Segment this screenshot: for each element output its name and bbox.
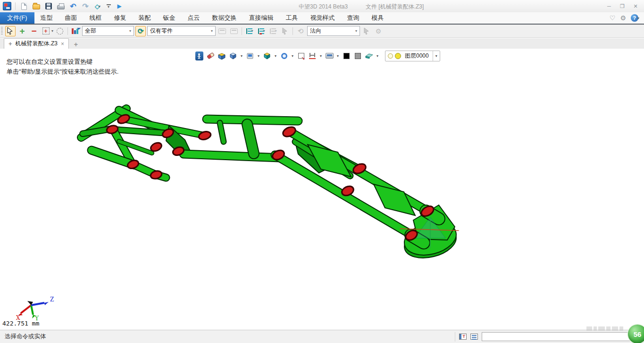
toolbar-grip[interactable] [1, 27, 3, 35]
title-bar: ↶ ↷ ◇▾ ▾ ▶ 中望3D 2014 Beta3 文件 [机械臂装配体.Z3… [0, 0, 644, 12]
inquire-gear-button[interactable]: ⚙ [373, 26, 384, 36]
caret-down-icon[interactable]: ▾ [336, 54, 340, 58]
background-gray-button[interactable] [353, 51, 362, 61]
caret-down-icon[interactable]: ▾ [274, 54, 277, 58]
background-black-button[interactable] [342, 51, 351, 61]
caret-down-icon: ▾ [99, 4, 100, 9]
pick-scope-value: 仅有零件 [150, 27, 173, 35]
help-button[interactable]: ?▾ [631, 14, 639, 22]
separator [293, 27, 293, 35]
undo-button[interactable]: ↶ [68, 1, 78, 11]
minus-icon: − [31, 27, 36, 35]
open-file-button[interactable] [32, 1, 41, 11]
menu-assembly[interactable]: 装配 [133, 12, 157, 24]
filter-icon [72, 27, 79, 35]
view-orient-combobox[interactable]: 法向 ▾ [307, 26, 360, 36]
zoom-window-button[interactable] [296, 51, 306, 61]
exit-sketch-button[interactable] [194, 51, 204, 61]
shade-mode-button[interactable] [228, 51, 238, 61]
gray-swatch-icon [355, 53, 361, 59]
view-mode-button[interactable]: ◇▾ [93, 1, 102, 11]
menu-file[interactable]: 文件(F) [0, 12, 34, 24]
select-tool-button[interactable] [5, 26, 16, 36]
play-macro-button[interactable]: ▶ [115, 1, 124, 11]
tab-close-icon[interactable]: × [61, 41, 64, 47]
redo-button[interactable]: ↷ [81, 1, 90, 11]
layer-color-icon [395, 53, 401, 59]
menu-wireframe[interactable]: 线框 [84, 12, 108, 24]
entity-filter-combobox[interactable]: 全部 ▾ [82, 26, 134, 36]
display-cube-button[interactable] [245, 51, 255, 61]
open-box-icon [217, 52, 226, 60]
layer-combobox[interactable]: 图层0000 ▾ [385, 51, 440, 61]
material-wedge-button[interactable] [364, 51, 374, 61]
cube-icon [229, 52, 237, 60]
pick-box-button[interactable]: + [41, 26, 51, 36]
print-button[interactable] [56, 1, 66, 11]
rotate-view-icon: ⟲ [298, 27, 304, 35]
unfold-view-button[interactable] [217, 51, 226, 61]
eraser-icon [207, 52, 215, 59]
favorites-heart-icon[interactable]: ♡ [610, 14, 616, 22]
lasso-select-button[interactable] [55, 26, 65, 36]
caret-down-icon[interactable]: ▾ [257, 54, 260, 58]
app-logo-icon[interactable] [3, 2, 11, 10]
command-input[interactable] [482, 332, 641, 341]
selection-toolbar: + − + ▾ 全部 ▾ ⟳ 仅有零件 ▾ ▾ ▾ ▾ ⟲ 法向 ▾ [0, 25, 644, 38]
close-button[interactable]: ✕ [629, 1, 642, 11]
settings-gear-icon[interactable]: ⚙ [620, 14, 626, 22]
caret-down-icon[interactable]: ▾ [376, 54, 379, 58]
menu-tools[interactable]: 工具 [280, 12, 304, 24]
loop-pick-button[interactable] [229, 26, 239, 36]
caret-down-icon[interactable]: ▾ [433, 51, 440, 61]
new-tab-button[interactable]: + [69, 40, 83, 49]
pointer-button[interactable] [280, 26, 290, 36]
black-swatch-icon [343, 53, 350, 59]
new-file-button[interactable] [19, 1, 29, 11]
align-width-button[interactable] [308, 51, 317, 61]
caret-down-icon[interactable]: ▾ [319, 54, 323, 58]
menu-inquire[interactable]: 查询 [341, 12, 366, 24]
caret-down-icon[interactable]: ▾ [240, 54, 243, 58]
pick-scope-combobox[interactable]: 仅有零件 ▾ [147, 26, 216, 36]
assembly-3d-model[interactable] [0, 49, 644, 330]
refresh-scope-button[interactable]: ⟳ [135, 26, 146, 36]
prompt-window-icon[interactable] [459, 334, 467, 340]
add-selection-button[interactable]: + [17, 26, 27, 36]
chain-pick-button[interactable] [217, 26, 227, 36]
menu-directedit[interactable]: 直接编辑 [243, 12, 280, 24]
history-list-icon[interactable] [470, 334, 478, 340]
menu-sheetmetal[interactable]: 钣金 [157, 12, 182, 24]
erase-button[interactable] [206, 51, 215, 61]
zw3d-window: ↶ ↷ ◇▾ ▾ ▶ 中望3D 2014 Beta3 文件 [机械臂装配体.Z3… [0, 0, 644, 343]
caret-down-icon[interactable]: ▾ [291, 54, 294, 58]
zoom-lens-button[interactable] [279, 51, 289, 61]
display-mode-button[interactable] [325, 51, 334, 61]
pick-last-button[interactable]: ▾ [256, 26, 267, 36]
menu-repair[interactable]: 修复 [108, 12, 133, 24]
menu-pointcloud[interactable]: 点云 [182, 12, 206, 24]
restore-button[interactable]: ❐ [616, 1, 629, 11]
separator [455, 332, 455, 342]
menu-shape[interactable]: 造型 [34, 12, 59, 24]
filter-button[interactable] [70, 26, 81, 36]
reorient-view-button[interactable]: ⟲ [295, 26, 306, 36]
menu-dataexchange[interactable]: 数据交换 [206, 12, 243, 24]
caret-down-icon: ▾ [108, 6, 109, 8]
customize-toolbar-button[interactable]: ▾ [105, 1, 112, 11]
remove-selection-button[interactable]: − [29, 26, 39, 36]
menu-visualstyle[interactable]: 视觉样式 [304, 12, 341, 24]
caret-down-icon[interactable]: ▾ [51, 29, 53, 33]
menu-mold[interactable]: 模具 [366, 12, 390, 24]
tab-assembly-document[interactable]: + 机械臂装配体.Z3 × [4, 38, 69, 49]
section-view-button[interactable] [262, 51, 272, 61]
menu-right-tools: ♡ ⚙ ?▾ [610, 12, 644, 24]
pick-all-button[interactable]: ▾ [268, 26, 278, 36]
printer-icon [57, 5, 65, 9]
graphics-viewport[interactable]: 您可以在自定义设置里设置热键 单击"帮助/显示提示"按钮来取消这些提示. [0, 49, 644, 330]
pick-list-button[interactable]: ▾ [244, 26, 255, 36]
menu-surface[interactable]: 曲面 [59, 12, 84, 24]
save-button[interactable] [44, 1, 53, 11]
pick-orient-button[interactable] [361, 26, 372, 36]
minimize-button[interactable]: ─ [602, 1, 616, 11]
